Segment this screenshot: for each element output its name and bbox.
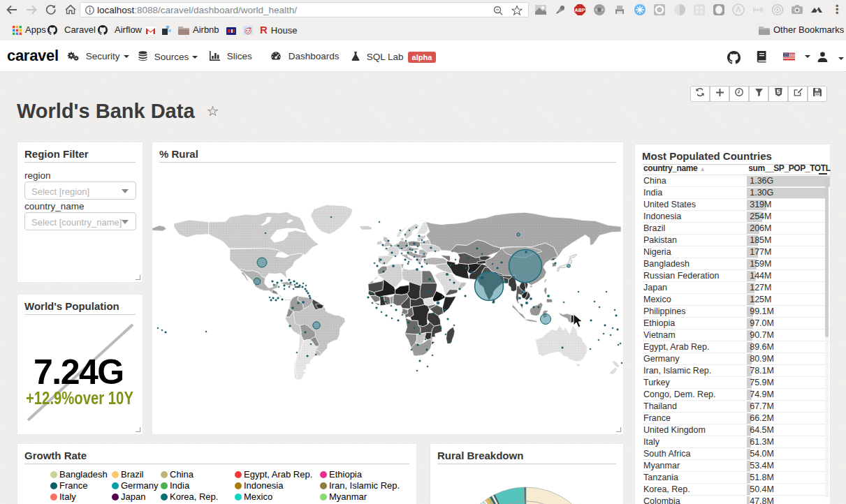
svg-text:ABP: ABP	[575, 8, 585, 13]
